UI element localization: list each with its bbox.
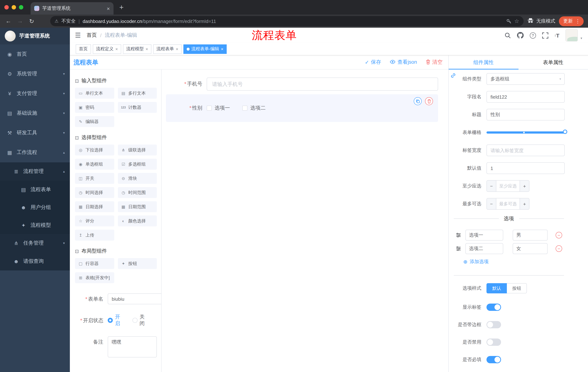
address-bar[interactable]: ⚠ 不安全 | dashboard.yudao.iocoder.cn/bpm/m… [50,16,524,26]
close-icon[interactable]: × [115,46,118,52]
component-chip-time-picker[interactable]: ◷时间选择 [75,187,114,198]
browser-update-button[interactable]: 更新 ⋮ [559,16,584,26]
delete-field-button[interactable] [425,97,433,105]
form-grid-slider[interactable] [486,127,565,138]
maximize-window-button[interactable] [19,5,23,10]
browser-tab[interactable]: 芋道管理系统 × [31,2,114,15]
minimize-window-button[interactable] [12,5,16,10]
sidebar-item-system[interactable]: ⚙ 系统管理 ▾ [0,64,70,84]
font-size-icon[interactable]: ↕T [555,32,559,38]
component-chip-upload[interactable]: ↥上传 [75,230,114,241]
field-name-input[interactable] [486,91,565,103]
tab-close-icon[interactable]: × [107,5,110,11]
drag-handle-icon[interactable] [456,246,461,251]
disabled-toggle[interactable] [486,339,501,346]
status-radio-off[interactable]: 关闭 [132,314,149,327]
component-chip-select[interactable]: ◎下拉选择 [75,145,114,155]
max-select-placeholder[interactable]: 最多可选 [496,198,520,209]
fullscreen-icon[interactable] [542,32,548,38]
github-icon[interactable] [517,32,524,39]
decrease-button[interactable]: − [487,181,496,191]
tag-process-form-edit[interactable]: 流程表单-编辑 × [183,44,227,54]
component-chip-counter[interactable]: 123计数器 [118,102,157,113]
component-chip-multiline-text[interactable]: ▤多行文本 [118,88,157,99]
sidebar-item-task-management[interactable]: ⋔ 任务管理 ▾ [0,234,70,252]
sidebar-collapse-icon[interactable]: ☰ [75,31,81,39]
search-icon[interactable] [505,32,511,38]
slider-handle[interactable] [563,130,567,134]
checkbox-option1[interactable] [207,106,212,111]
component-chip-time-range[interactable]: ◷时间范围 [118,187,157,198]
option2-value-input[interactable] [513,243,548,254]
required-toggle[interactable] [486,356,501,363]
checkbox-option2[interactable] [242,106,247,111]
option1-label-input[interactable] [465,230,503,241]
component-chip-date-range[interactable]: ▦日期范围 [118,201,157,212]
decrease-button[interactable]: − [487,198,496,209]
tag-process-model[interactable]: 流程模型 × [123,44,151,54]
copy-field-button[interactable] [414,97,422,105]
component-chip-radio-group[interactable]: ◉单选框组 [75,159,114,170]
tab-component-props[interactable]: 组件属性 [449,55,518,69]
component-type-select[interactable]: 多选框组 ▾ [486,73,565,85]
component-chip-date-picker[interactable]: ▦日期选择 [75,201,114,212]
component-chip-password[interactable]: ▣密码 [75,102,114,113]
close-icon[interactable]: × [221,46,223,52]
sidebar-item-workflow[interactable]: ▦ 工作流程 ▴ [0,143,70,162]
link-icon[interactable] [451,73,456,80]
option2-label-input[interactable] [465,243,503,254]
sidebar-item-payment[interactable]: ¥ 支付管理 ▾ [0,84,70,103]
component-chip-rate[interactable]: ☆评分 [75,215,114,226]
sidebar-item-process-model[interactable]: ✦ 流程模型 [0,216,70,234]
reload-icon[interactable]: ↻ [28,18,36,25]
sidebar-logo[interactable]: 芋道管理系统 [0,28,70,44]
selected-gender-field[interactable]: *性别 选项一 选项二 [166,94,438,122]
view-json-button[interactable]: 查看json [390,59,417,65]
component-chip-row-container[interactable]: ▢行容器 [75,258,114,269]
increase-button[interactable]: + [520,198,529,209]
component-chip-slider[interactable]: ⊝滑块 [118,173,157,184]
phone-input[interactable] [207,77,438,91]
component-chip-cascader[interactable]: ⋔级联选择 [118,145,157,155]
increase-button[interactable]: + [520,181,529,191]
default-value-input[interactable] [486,162,565,174]
title-input[interactable] [486,109,565,120]
phone-field-row[interactable]: *手机号 [166,77,438,91]
help-icon[interactable]: ? [530,32,536,38]
sidebar-item-leave-query[interactable]: ☻ 请假查询 [0,252,70,270]
user-avatar[interactable] [566,29,578,42]
option1-value-input[interactable] [513,230,548,241]
avatar-caret-icon[interactable]: ▾ [580,36,582,42]
new-tab-button[interactable]: + [119,3,124,11]
form-name-input[interactable] [108,293,162,304]
sidebar-item-devtools[interactable]: ⚒ 研发工具 ▾ [0,123,70,143]
component-chip-checkbox-group[interactable]: ☑多选框组 [118,159,157,170]
breadcrumb-home[interactable]: 首页 [87,32,97,39]
tag-home[interactable]: 首页 [76,44,91,54]
label-width-input[interactable] [486,145,565,156]
forward-icon[interactable]: → [16,18,24,24]
component-chip-editor[interactable]: ✎编辑器 [75,116,114,127]
close-icon[interactable]: × [146,46,148,52]
remove-option-button[interactable]: − [556,245,562,252]
component-chip-switch[interactable]: ◫开关 [75,173,114,184]
back-icon[interactable]: ← [4,18,12,24]
status-radio-on[interactable]: 开启 [108,314,125,327]
component-chip-button[interactable]: ✦按钮 [118,258,157,269]
slider-track[interactable] [486,131,565,134]
form-remark-textarea[interactable]: 嘿嘿 [108,336,157,357]
tag-process-definition[interactable]: 流程定义 × [93,44,121,54]
border-toggle[interactable] [486,321,501,328]
component-chip-single-line-text[interactable]: ▭单行文本 [75,88,114,99]
tag-process-form[interactable]: 流程表单 × [153,44,182,54]
sidebar-item-process-form[interactable]: ▤ 流程表单 [0,181,70,198]
sidebar-item-home[interactable]: ◉ 首页 [0,44,70,64]
add-option-button[interactable]: ⊕ 添加选项 [463,258,565,265]
tab-form-props[interactable]: 表单属性 [518,55,588,69]
style-default-button[interactable]: 默认 [486,283,507,293]
component-chip-color-picker[interactable]: ◐颜色选择 [118,215,157,226]
clear-button[interactable]: 清空 [426,59,442,65]
style-button-button[interactable]: 按钮 [507,283,527,293]
sidebar-item-process-management[interactable]: ≣ 流程管理 ▴ [0,162,70,181]
save-button[interactable]: ✓ 保存 [365,59,381,65]
